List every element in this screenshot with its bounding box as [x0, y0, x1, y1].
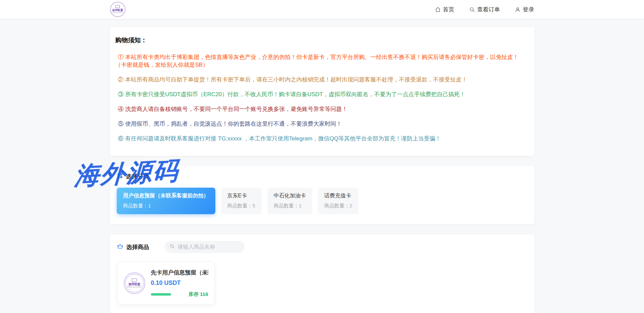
category-count: 商品数量：2 [324, 203, 352, 209]
nav-login-label: 登录 [523, 6, 534, 13]
logo-subtitle: DIBAI ALLIANCE [112, 12, 123, 14]
product-title: 先卡用户信息预留（未联... [151, 269, 208, 276]
notice-item-5: ⑤ 使用假币、黑币，捣乱者，自觉滚远点！你的套路在这里行不通，不要浪费大家时间！ [115, 120, 529, 128]
user-icon [515, 7, 521, 12]
notice-item-3: ③ 所有卡密只接受USDT虚拟币（ERC20）付款，不收人民币！购卡请自备USD… [115, 90, 529, 98]
main-nav: 首页 查看订单 登录 [435, 6, 534, 13]
category-count: 商品数量：1 [123, 203, 209, 209]
logo-monitor-icon [115, 5, 120, 8]
crown-icon [117, 243, 123, 251]
category-card-user-info[interactable]: 用户信息预留（未联系客服前勿拍） 商品数量：1 [117, 188, 215, 214]
stock-progress-bar [151, 293, 171, 296]
product-logo-title: 迪拜联盟 [128, 283, 141, 286]
category-section-title: 选择分类 [126, 173, 149, 180]
category-name: 用户信息预留（未联系客服前勿拍） [123, 192, 209, 199]
category-count: 商品数量：1 [274, 203, 306, 209]
search-icon [169, 244, 175, 250]
category-section: 选择分类 用户信息预留（未联系客服前勿拍） 商品数量：1 京东E卡 商品数量：5… [110, 166, 534, 224]
nav-home[interactable]: 首页 [435, 6, 454, 13]
site-logo[interactable]: 迪拜联盟 DIBAI ALLIANCE [110, 2, 125, 17]
stock-label: 库存 116 [189, 291, 208, 298]
nav-view-orders-label: 查看订单 [477, 6, 500, 13]
grid-icon [117, 173, 123, 180]
category-name: 中石化加油卡 [274, 192, 306, 199]
logo-title: 迪拜联盟 [112, 9, 123, 12]
notice-item-1: ① 本站所有卡类均出于博彩集团，色情直播等灰色产业，介意的勿拍！但卡是新卡，官方… [115, 53, 529, 69]
top-navbar: 迪拜联盟 DIBAI ALLIANCE 首页 查看订单 登录 [0, 0, 644, 19]
search-icon [469, 7, 475, 12]
product-section: 选择商品 迪拜联盟 DIBAI ALLIANCE 先卡用户信息预留（ [110, 234, 534, 313]
notice-item-6: ⑥ 有任何问题请及时联系客服进行对接 TG:xxxxx ，本工作室只使用Tele… [115, 135, 529, 142]
product-list: 迪拜联盟 DIBAI ALLIANCE 先卡用户信息预留（未联... 0.10 … [117, 262, 528, 305]
product-logo-subtitle: DIBAI ALLIANCE [127, 286, 142, 288]
category-name: 京东E卡 [227, 192, 255, 199]
category-card-sinopec[interactable]: 中石化加油卡 商品数量：1 [267, 188, 312, 214]
logo-monitor-icon [132, 278, 137, 282]
category-list: 用户信息预留（未联系客服前勿拍） 商品数量：1 京东E卡 商品数量：5 中石化加… [117, 188, 528, 214]
product-section-title: 选择商品 [126, 243, 149, 251]
notice-item-2: ② 本站所有商品均可自助下单提货！所有卡密下单后，请在三小时内之内核销完成！超时… [115, 76, 529, 83]
notice-title: 购物须知： [115, 36, 529, 45]
category-card-phone-credit[interactable]: 话费充值卡 商品数量：2 [318, 188, 359, 214]
product-search-input[interactable] [178, 244, 240, 250]
product-search-box [165, 241, 245, 253]
category-name: 话费充值卡 [324, 192, 352, 199]
nav-view-orders[interactable]: 查看订单 [469, 6, 500, 13]
nav-login[interactable]: 登录 [515, 6, 534, 13]
category-count: 商品数量：5 [227, 203, 255, 209]
product-card[interactable]: 迪拜联盟 DIBAI ALLIANCE 先卡用户信息预留（未联... 0.10 … [117, 262, 215, 305]
home-icon [435, 7, 441, 12]
notice-item-4: ④ 洗货商人请自备核销账号，不要同一个平台同一个账号兑换多张，避免账号异常等问题… [115, 105, 529, 113]
category-card-jd-ecard[interactable]: 京东E卡 商品数量：5 [221, 188, 262, 214]
nav-home-label: 首页 [443, 6, 454, 13]
product-price: 0.10 USDT [151, 279, 208, 287]
shopping-notice-panel: 购物须知： ① 本站所有卡类均出于博彩集团，色情直播等灰色产业，介意的勿拍！但卡… [110, 27, 534, 156]
product-logo: 迪拜联盟 DIBAI ALLIANCE [124, 272, 145, 294]
